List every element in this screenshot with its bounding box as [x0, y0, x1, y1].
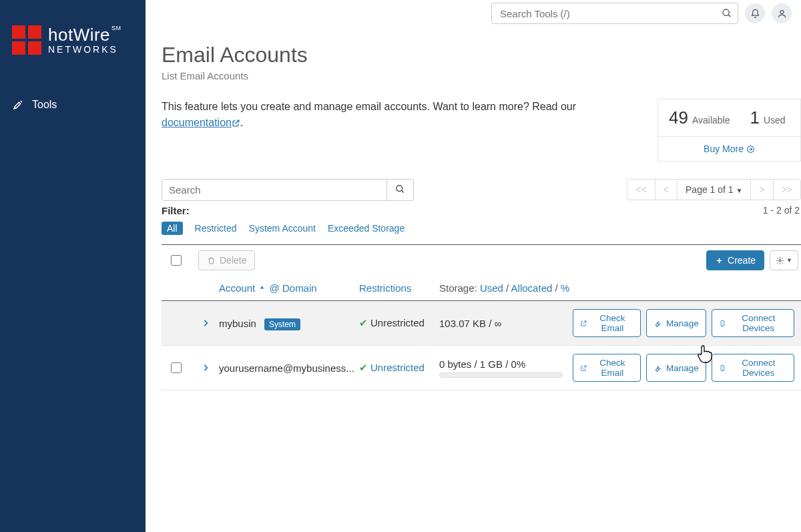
- page-first[interactable]: <<: [627, 179, 655, 200]
- buy-more-link[interactable]: Buy More: [658, 136, 800, 161]
- brand-suffix: SM: [111, 25, 121, 32]
- chevron-right-icon: [201, 318, 210, 328]
- arrow-right-circle-icon: [746, 145, 755, 154]
- page-prev[interactable]: <: [655, 179, 678, 200]
- connect-devices-button[interactable]: Connect Devices: [712, 354, 794, 382]
- col-account: Account @ Domain: [219, 282, 359, 294]
- svg-line-1: [728, 15, 730, 17]
- table-row: mybusin System ✔Unrestricted 103.07 KB /…: [162, 301, 801, 346]
- stats-box: 49 Available 1 Used Buy More: [657, 99, 801, 162]
- documentation-link[interactable]: documentation: [162, 117, 240, 128]
- stat-used: 1 Used: [750, 107, 785, 128]
- cell-storage: 0 bytes / 1 GB / 0%: [439, 358, 573, 378]
- table-settings-button[interactable]: ▼: [770, 250, 798, 270]
- global-search-wrap: [491, 3, 738, 24]
- wrench-icon: [653, 364, 662, 372]
- check-email-button[interactable]: Check Email: [573, 309, 641, 337]
- page-description: This feature lets you create and manage …: [162, 99, 637, 162]
- row-checkbox[interactable]: [171, 362, 182, 373]
- select-all-checkbox[interactable]: [171, 255, 182, 266]
- manage-button[interactable]: Manage: [646, 354, 706, 382]
- filter-bar: All Restricted System Account Exceeded S…: [162, 222, 801, 235]
- global-search-input[interactable]: [499, 7, 722, 20]
- svg-line-5: [401, 190, 403, 192]
- notifications-button[interactable]: [745, 3, 765, 23]
- stat-available: 49 Available: [669, 107, 730, 128]
- cell-account: yourusername@mybusiness...: [219, 362, 359, 374]
- sidebar-item-tools[interactable]: Tools: [0, 93, 146, 116]
- table-search: [162, 179, 414, 201]
- caret-down-icon: ▼: [786, 257, 792, 264]
- manage-button[interactable]: Manage: [646, 309, 706, 337]
- filter-all[interactable]: All: [162, 222, 183, 235]
- pagination: << < Page 1 of 1 ▼ > >>: [627, 179, 801, 200]
- tools-icon: [12, 99, 24, 111]
- filter-restricted[interactable]: Restricted: [195, 223, 237, 234]
- table-header: Account @ Domain Restrictions Storage: U…: [162, 276, 801, 301]
- brand-name: hotWire: [48, 25, 110, 45]
- bulk-action-bar: Delete Create ▼: [162, 244, 801, 276]
- svg-point-6: [779, 259, 781, 261]
- wrench-icon: [653, 319, 662, 328]
- col-restrictions[interactable]: Restrictions: [359, 282, 439, 294]
- sidebar-item-label: Tools: [32, 99, 57, 111]
- connect-devices-button[interactable]: Connect Devices: [712, 309, 794, 337]
- table-search-input[interactable]: [162, 179, 387, 201]
- delete-button[interactable]: Delete: [198, 250, 255, 270]
- trash-icon: [207, 256, 216, 265]
- expand-toggle[interactable]: [192, 363, 219, 372]
- brand-logo: hotWire SM NETWORKS: [0, 0, 146, 73]
- page-next[interactable]: >: [750, 179, 773, 200]
- filter-system[interactable]: System Account: [249, 223, 316, 234]
- mobile-icon: [719, 319, 726, 328]
- table-row: yourusername@mybusiness... ✔Unrestricted…: [162, 346, 801, 390]
- sort-asc-icon: [258, 284, 266, 292]
- result-count: 1 - 2 of 2: [763, 205, 801, 216]
- expand-toggle[interactable]: [192, 318, 219, 328]
- svg-point-2: [780, 10, 784, 13]
- mobile-icon: [719, 364, 726, 372]
- caret-down-icon: ▼: [736, 187, 743, 194]
- external-link-icon: [232, 116, 240, 132]
- storage-progress: [439, 372, 563, 378]
- page-title: Email Accounts: [162, 43, 801, 67]
- filter-exceeded[interactable]: Exceeded Storage: [328, 223, 405, 234]
- check-email-button[interactable]: Check Email: [573, 354, 641, 382]
- svg-point-4: [396, 185, 403, 191]
- external-link-icon: [580, 319, 587, 328]
- cell-restriction: ✔Unrestricted: [359, 362, 439, 374]
- create-button[interactable]: Create: [706, 250, 764, 270]
- search-icon: [395, 184, 405, 194]
- bell-icon: [750, 9, 760, 19]
- cell-restriction: ✔Unrestricted: [359, 317, 439, 329]
- system-badge: System: [264, 318, 300, 330]
- user-icon: [777, 9, 787, 19]
- plus-icon: [715, 256, 724, 265]
- brand-sub: NETWORKS: [48, 45, 121, 55]
- filter-heading: Filter:: [162, 205, 190, 216]
- chevron-right-icon: [201, 363, 210, 372]
- svg-point-0: [723, 9, 729, 15]
- table-search-button[interactable]: [387, 179, 414, 201]
- check-icon: ✔: [359, 362, 368, 373]
- external-link-icon: [580, 364, 587, 372]
- logo-mark: [12, 25, 41, 55]
- gear-icon: [776, 256, 784, 265]
- cell-account: mybusin System: [219, 318, 359, 329]
- check-icon: ✔: [359, 317, 368, 328]
- cell-storage: 103.07 KB / ∞: [439, 318, 573, 329]
- search-icon[interactable]: [722, 8, 732, 19]
- col-storage: Storage: Used / Allocated / %: [439, 282, 573, 294]
- sidebar: hotWire SM NETWORKS Tools: [0, 0, 146, 532]
- page-last[interactable]: >>: [773, 179, 801, 200]
- page-label[interactable]: Page 1 of 1 ▼: [677, 179, 751, 200]
- user-menu-button[interactable]: [772, 3, 792, 23]
- top-bar: [146, 0, 801, 27]
- page-subtitle: List Email Accounts: [162, 70, 801, 81]
- content: Email Accounts List Email Accounts This …: [146, 27, 801, 532]
